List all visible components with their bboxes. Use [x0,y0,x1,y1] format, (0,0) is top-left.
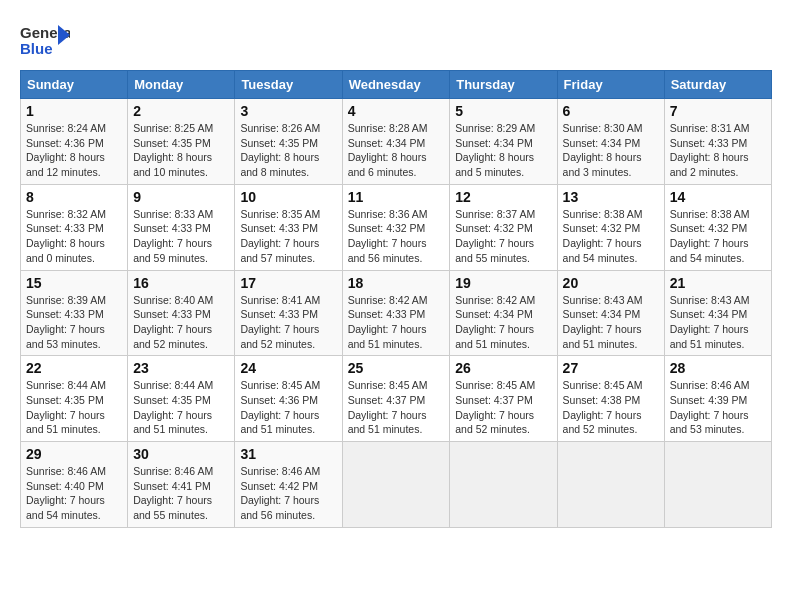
svg-text:Blue: Blue [20,40,53,57]
day-number: 10 [240,189,336,205]
day-info: Sunrise: 8:46 AMSunset: 4:42 PMDaylight:… [240,464,336,523]
week-row-4: 22Sunrise: 8:44 AMSunset: 4:35 PMDayligh… [21,356,772,442]
day-cell [664,442,771,528]
day-info: Sunrise: 8:28 AMSunset: 4:34 PMDaylight:… [348,121,445,180]
day-number: 20 [563,275,659,291]
weekday-header-thursday: Thursday [450,71,557,99]
day-info: Sunrise: 8:42 AMSunset: 4:33 PMDaylight:… [348,293,445,352]
day-number: 19 [455,275,551,291]
day-number: 3 [240,103,336,119]
day-number: 26 [455,360,551,376]
day-info: Sunrise: 8:30 AMSunset: 4:34 PMDaylight:… [563,121,659,180]
day-info: Sunrise: 8:33 AMSunset: 4:33 PMDaylight:… [133,207,229,266]
day-cell: 25Sunrise: 8:45 AMSunset: 4:37 PMDayligh… [342,356,450,442]
day-cell: 23Sunrise: 8:44 AMSunset: 4:35 PMDayligh… [128,356,235,442]
day-info: Sunrise: 8:38 AMSunset: 4:32 PMDaylight:… [670,207,766,266]
day-cell [450,442,557,528]
day-info: Sunrise: 8:45 AMSunset: 4:37 PMDaylight:… [348,378,445,437]
header: General Blue [20,20,772,60]
day-number: 7 [670,103,766,119]
day-number: 21 [670,275,766,291]
day-number: 12 [455,189,551,205]
logo-icon: General Blue [20,20,70,60]
day-cell: 21Sunrise: 8:43 AMSunset: 4:34 PMDayligh… [664,270,771,356]
day-number: 15 [26,275,122,291]
day-cell: 12Sunrise: 8:37 AMSunset: 4:32 PMDayligh… [450,184,557,270]
day-number: 1 [26,103,122,119]
day-info: Sunrise: 8:41 AMSunset: 4:33 PMDaylight:… [240,293,336,352]
day-cell: 9Sunrise: 8:33 AMSunset: 4:33 PMDaylight… [128,184,235,270]
day-cell [342,442,450,528]
day-cell: 14Sunrise: 8:38 AMSunset: 4:32 PMDayligh… [664,184,771,270]
day-info: Sunrise: 8:39 AMSunset: 4:33 PMDaylight:… [26,293,122,352]
day-cell: 28Sunrise: 8:46 AMSunset: 4:39 PMDayligh… [664,356,771,442]
day-number: 11 [348,189,445,205]
day-cell: 2Sunrise: 8:25 AMSunset: 4:35 PMDaylight… [128,99,235,185]
day-cell: 11Sunrise: 8:36 AMSunset: 4:32 PMDayligh… [342,184,450,270]
day-number: 13 [563,189,659,205]
day-cell: 17Sunrise: 8:41 AMSunset: 4:33 PMDayligh… [235,270,342,356]
day-info: Sunrise: 8:44 AMSunset: 4:35 PMDaylight:… [133,378,229,437]
day-number: 27 [563,360,659,376]
day-number: 5 [455,103,551,119]
day-info: Sunrise: 8:37 AMSunset: 4:32 PMDaylight:… [455,207,551,266]
weekday-header-row: SundayMondayTuesdayWednesdayThursdayFrid… [21,71,772,99]
day-number: 18 [348,275,445,291]
day-number: 14 [670,189,766,205]
day-info: Sunrise: 8:32 AMSunset: 4:33 PMDaylight:… [26,207,122,266]
day-number: 31 [240,446,336,462]
day-info: Sunrise: 8:38 AMSunset: 4:32 PMDaylight:… [563,207,659,266]
day-number: 22 [26,360,122,376]
day-cell: 10Sunrise: 8:35 AMSunset: 4:33 PMDayligh… [235,184,342,270]
day-number: 28 [670,360,766,376]
day-info: Sunrise: 8:31 AMSunset: 4:33 PMDaylight:… [670,121,766,180]
day-info: Sunrise: 8:45 AMSunset: 4:36 PMDaylight:… [240,378,336,437]
day-info: Sunrise: 8:45 AMSunset: 4:37 PMDaylight:… [455,378,551,437]
day-cell: 24Sunrise: 8:45 AMSunset: 4:36 PMDayligh… [235,356,342,442]
day-cell: 27Sunrise: 8:45 AMSunset: 4:38 PMDayligh… [557,356,664,442]
day-cell: 19Sunrise: 8:42 AMSunset: 4:34 PMDayligh… [450,270,557,356]
weekday-header-tuesday: Tuesday [235,71,342,99]
day-info: Sunrise: 8:36 AMSunset: 4:32 PMDaylight:… [348,207,445,266]
day-cell: 16Sunrise: 8:40 AMSunset: 4:33 PMDayligh… [128,270,235,356]
weekday-header-monday: Monday [128,71,235,99]
day-info: Sunrise: 8:45 AMSunset: 4:38 PMDaylight:… [563,378,659,437]
day-number: 30 [133,446,229,462]
day-cell: 4Sunrise: 8:28 AMSunset: 4:34 PMDaylight… [342,99,450,185]
day-info: Sunrise: 8:29 AMSunset: 4:34 PMDaylight:… [455,121,551,180]
calendar: SundayMondayTuesdayWednesdayThursdayFrid… [20,70,772,528]
logo: General Blue [20,20,74,60]
day-number: 23 [133,360,229,376]
day-cell: 3Sunrise: 8:26 AMSunset: 4:35 PMDaylight… [235,99,342,185]
day-cell: 29Sunrise: 8:46 AMSunset: 4:40 PMDayligh… [21,442,128,528]
week-row-5: 29Sunrise: 8:46 AMSunset: 4:40 PMDayligh… [21,442,772,528]
day-info: Sunrise: 8:46 AMSunset: 4:39 PMDaylight:… [670,378,766,437]
day-number: 9 [133,189,229,205]
day-number: 8 [26,189,122,205]
day-cell: 26Sunrise: 8:45 AMSunset: 4:37 PMDayligh… [450,356,557,442]
day-number: 6 [563,103,659,119]
day-info: Sunrise: 8:46 AMSunset: 4:40 PMDaylight:… [26,464,122,523]
day-cell: 6Sunrise: 8:30 AMSunset: 4:34 PMDaylight… [557,99,664,185]
day-number: 25 [348,360,445,376]
weekday-header-wednesday: Wednesday [342,71,450,99]
week-row-1: 1Sunrise: 8:24 AMSunset: 4:36 PMDaylight… [21,99,772,185]
day-info: Sunrise: 8:40 AMSunset: 4:33 PMDaylight:… [133,293,229,352]
day-cell: 1Sunrise: 8:24 AMSunset: 4:36 PMDaylight… [21,99,128,185]
day-cell: 8Sunrise: 8:32 AMSunset: 4:33 PMDaylight… [21,184,128,270]
day-info: Sunrise: 8:44 AMSunset: 4:35 PMDaylight:… [26,378,122,437]
day-number: 24 [240,360,336,376]
day-cell [557,442,664,528]
day-cell: 30Sunrise: 8:46 AMSunset: 4:41 PMDayligh… [128,442,235,528]
day-info: Sunrise: 8:43 AMSunset: 4:34 PMDaylight:… [563,293,659,352]
day-cell: 18Sunrise: 8:42 AMSunset: 4:33 PMDayligh… [342,270,450,356]
day-info: Sunrise: 8:26 AMSunset: 4:35 PMDaylight:… [240,121,336,180]
day-number: 2 [133,103,229,119]
week-row-3: 15Sunrise: 8:39 AMSunset: 4:33 PMDayligh… [21,270,772,356]
day-number: 4 [348,103,445,119]
week-row-2: 8Sunrise: 8:32 AMSunset: 4:33 PMDaylight… [21,184,772,270]
day-info: Sunrise: 8:46 AMSunset: 4:41 PMDaylight:… [133,464,229,523]
day-number: 17 [240,275,336,291]
day-cell: 7Sunrise: 8:31 AMSunset: 4:33 PMDaylight… [664,99,771,185]
day-info: Sunrise: 8:43 AMSunset: 4:34 PMDaylight:… [670,293,766,352]
